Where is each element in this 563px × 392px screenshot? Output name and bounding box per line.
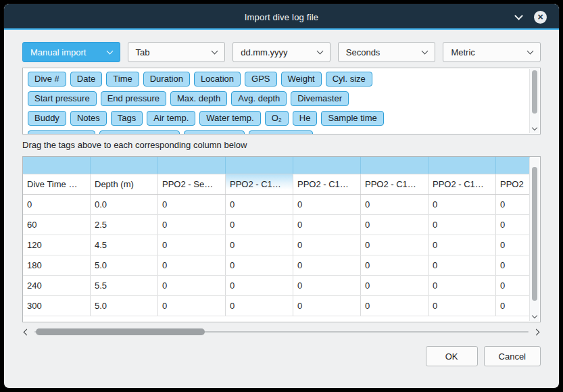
tag-he[interactable]: He	[293, 111, 318, 126]
table-cell: 0	[429, 235, 496, 255]
tag-date[interactable]: Date	[70, 72, 102, 87]
drop-target-cell[interactable]	[429, 157, 496, 174]
table-row: 00.0000000	[23, 195, 530, 215]
tag-duration[interactable]: Duration	[143, 72, 190, 87]
scroll-left-icon[interactable]	[24, 329, 30, 336]
table-cell: 0	[496, 215, 530, 235]
drop-target-cell[interactable]	[226, 157, 293, 174]
tag-scrollbar[interactable]	[529, 69, 539, 133]
column-header-0: Dive Time …	[23, 174, 91, 194]
tag-sample-pressure[interactable]: Sample pressure	[99, 130, 179, 134]
tag-notes[interactable]: Notes	[70, 111, 107, 126]
tag-sample-cns[interactable]: Sample CNS	[249, 130, 313, 134]
tag-dive[interactable]: Dive #	[28, 72, 66, 87]
instruction-text: Drag the tags above to each correspondin…	[22, 140, 541, 151]
titlebar-accent-line	[4, 28, 559, 30]
table-cell: 60	[23, 215, 91, 235]
tag-time[interactable]: Time	[106, 72, 139, 87]
table-row: 602.5000000	[23, 215, 530, 235]
table-row: 1805.0000000	[23, 255, 530, 276]
table-cell: 120	[23, 235, 91, 255]
close-icon[interactable]: ×	[534, 11, 547, 24]
table-cell: 0	[226, 215, 293, 235]
tag-o[interactable]: O₂	[265, 111, 289, 126]
table-cell: 0	[361, 255, 429, 275]
tag-water-temp[interactable]: Water temp.	[199, 111, 260, 126]
tag-max-depth[interactable]: Max. depth	[170, 91, 227, 106]
titlebar[interactable]: Import dive log file ×	[4, 4, 559, 30]
table-cell: 0	[361, 215, 429, 235]
table-cell: 0	[429, 215, 496, 235]
column-header-4: PPO2 - C1…	[293, 174, 361, 194]
table-cell: 0	[226, 235, 293, 255]
drop-target-cell[interactable]	[361, 157, 429, 174]
table-cell: 0	[158, 296, 226, 316]
tag-sample-depth[interactable]: Sample depth	[28, 130, 95, 134]
table-cell: 0	[496, 255, 530, 275]
table-cell: 0	[158, 255, 226, 275]
column-header-1: Depth (m)	[91, 174, 158, 194]
tag-sample-time[interactable]: Sample time	[321, 111, 383, 126]
tag-scroll-down-icon[interactable]	[532, 125, 537, 130]
tag-divemaster[interactable]: Divemaster	[291, 91, 349, 106]
cancel-button[interactable]: Cancel	[484, 346, 541, 366]
ok-button[interactable]: OK	[426, 346, 478, 366]
table-cell: 5.5	[91, 276, 158, 295]
combo-seconds[interactable]: Seconds	[338, 42, 436, 62]
tag-end-pressure[interactable]: End pressure	[101, 91, 166, 106]
dialog-content: Manual importTabdd.mm.yyyySecondsMetric …	[4, 30, 559, 366]
table-cell: 2.5	[91, 215, 158, 235]
table-scroll-down-icon[interactable]	[532, 313, 537, 318]
tag-row: Start pressureEnd pressureMax. depthAvg.…	[26, 90, 527, 109]
table-cell: 0	[293, 276, 361, 295]
drop-target-cell[interactable]	[158, 157, 226, 174]
table-cell: 0	[361, 276, 429, 295]
tag-location[interactable]: Location	[194, 72, 241, 87]
import-dialog-window: Import dive log file × Manual importTabd…	[3, 3, 560, 389]
tag-start-pressure[interactable]: Start pressure	[28, 91, 97, 106]
tag-avg-depth[interactable]: Avg. depth	[231, 91, 287, 106]
table-row: 1204.5000000	[23, 235, 530, 255]
drop-target-cell[interactable]	[91, 157, 158, 174]
tag-buddy[interactable]: Buddy	[28, 111, 66, 126]
hscroll-thumb[interactable]	[36, 328, 205, 335]
tag-rows: Dive #DateTimeDurationLocationGPSWeightC…	[23, 68, 540, 134]
tag-sample-po[interactable]: Sample pO₂	[184, 130, 245, 134]
combo-manual-import[interactable]: Manual import	[22, 42, 120, 62]
drop-target-cell[interactable]	[496, 157, 530, 174]
table-vscrollbar[interactable]	[529, 157, 539, 321]
column-header-5: PPO2 - C1…	[361, 174, 429, 194]
scroll-right-icon[interactable]	[533, 329, 540, 336]
table-vscrollbar-thumb[interactable]	[532, 167, 537, 301]
combo-dd-mm-yyyy[interactable]: dd.mm.yyyy	[232, 42, 331, 62]
table-hscrollbar[interactable]	[22, 326, 541, 337]
tag-gps[interactable]: GPS	[245, 72, 276, 87]
combo-selected-value: dd.mm.yyyy	[241, 47, 287, 57]
tag-air-temp[interactable]: Air temp.	[147, 111, 195, 126]
tag-tags[interactable]: Tags	[111, 111, 143, 126]
drop-target-cell[interactable]	[23, 157, 91, 174]
table-header-row: Dive Time …Depth (m)PPO2 - Se…PPO2 - C1……	[23, 174, 530, 195]
tag-cyl-size[interactable]: Cyl. size	[326, 72, 372, 87]
tag-row: BuddyNotesTagsAir temp.Water temp.O₂HeSa…	[26, 109, 527, 129]
combo-metric[interactable]: Metric	[443, 42, 541, 62]
shade-chevron-down-icon[interactable]	[514, 11, 523, 20]
table-cell: 0	[496, 195, 530, 214]
table-cell: 0	[293, 195, 361, 214]
table-cell: 0	[361, 195, 429, 214]
drop-target-cell[interactable]	[293, 157, 361, 174]
tag-scrollbar-thumb[interactable]	[532, 70, 537, 114]
window-title: Import dive log file	[4, 12, 559, 22]
table-cell: 0.0	[91, 195, 158, 214]
chevron-down-icon	[212, 47, 218, 54]
titlebar-controls: ×	[516, 11, 559, 24]
tag-row: Sample depthSample pressureSample pO₂Sam…	[26, 129, 527, 134]
table-cell: 0	[496, 276, 530, 295]
table-cell: 0	[23, 195, 91, 214]
combo-selected-value: Seconds	[346, 47, 381, 57]
table-cell: 5.0	[91, 255, 158, 275]
table-cell: 0	[429, 276, 496, 295]
combo-tab[interactable]: Tab	[128, 42, 226, 62]
tag-weight[interactable]: Weight	[281, 72, 322, 87]
table-cell: 0	[158, 195, 226, 214]
